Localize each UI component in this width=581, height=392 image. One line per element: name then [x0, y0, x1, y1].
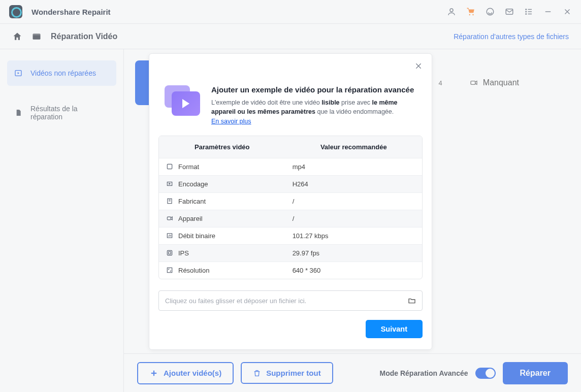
- svg-rect-29: [167, 251, 172, 255]
- file-dropzone[interactable]: Cliquez ou faites glisser et déposer un …: [158, 290, 423, 311]
- svg-rect-22: [167, 165, 172, 169]
- table-row: Formatmp4: [159, 158, 422, 176]
- svg-rect-30: [169, 252, 171, 254]
- bitrate-icon: [166, 232, 173, 239]
- modal-overlay: Ajouter un exemple de vidéo pour la répa…: [0, 0, 581, 392]
- format-icon: [166, 163, 173, 170]
- params-table: Paramètres vidéo Valeur recommandée Form…: [158, 136, 423, 279]
- next-label: Suivant: [381, 325, 407, 333]
- svg-rect-31: [167, 268, 172, 273]
- resolution-icon: [166, 267, 173, 274]
- folder-icon: [408, 297, 416, 305]
- modal-desc: L'exemple de vidéo doit être une vidéo l…: [211, 98, 416, 116]
- table-row: Débit binaire101.27 kbps: [159, 227, 422, 245]
- table-row: EncodageH264: [159, 176, 422, 193]
- fps-icon: [166, 249, 173, 256]
- dropzone-placeholder: Cliquez ou faites glisser et déposer un …: [165, 297, 408, 305]
- col-param: Paramètres vidéo: [159, 136, 285, 158]
- manufacturer-icon: [166, 198, 173, 205]
- next-button[interactable]: Suivant: [366, 320, 423, 338]
- table-row: IPS29.97 fps: [159, 245, 422, 262]
- svg-rect-27: [167, 217, 171, 220]
- encoding-icon: [166, 180, 173, 187]
- table-row: Résolution640 * 360: [159, 262, 422, 279]
- table-row: Fabricant/: [159, 193, 422, 210]
- sample-video-icon: [165, 85, 200, 115]
- device-icon: [166, 215, 173, 222]
- close-icon[interactable]: [414, 62, 423, 70]
- table-row: Appareil/: [159, 210, 422, 227]
- col-value: Valeur recommandée: [285, 136, 422, 158]
- modal-title: Ajouter un exemple de vidéo pour la répa…: [211, 85, 416, 94]
- advanced-repair-modal: Ajouter un exemple de vidéo pour la répa…: [149, 53, 432, 350]
- learn-more-link[interactable]: En savoir plus: [211, 118, 251, 125]
